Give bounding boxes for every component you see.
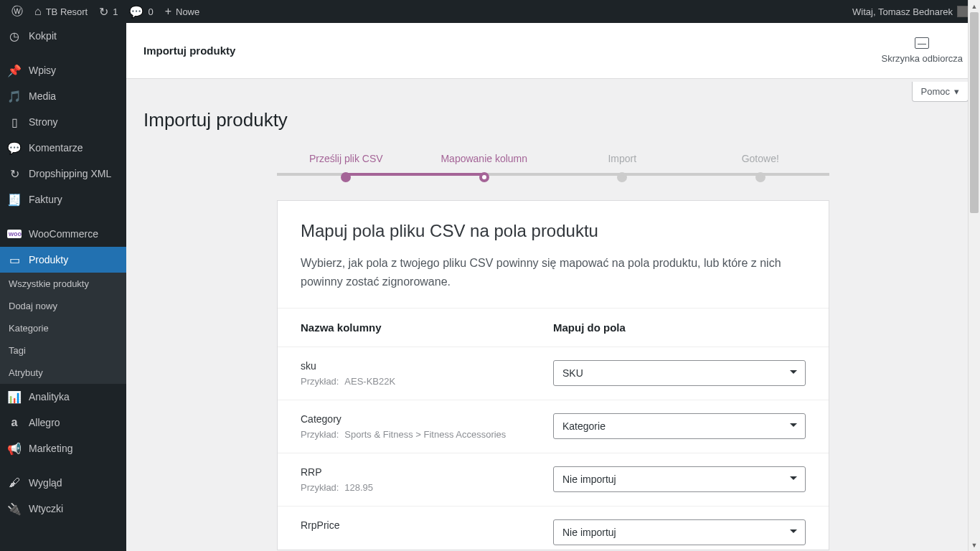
column-name: Category	[301, 413, 553, 425]
content-area: Importuj produkty Skrzynka odbiorcza Pom…	[126, 23, 980, 551]
wordpress-icon: ⓦ	[11, 4, 23, 19]
archive-icon: ▭	[7, 253, 22, 267]
sub-tags[interactable]: Tagi	[0, 339, 126, 362]
sidebar-submenu: Wszystkie produkty Dodaj nowy Kategorie …	[0, 273, 126, 384]
table-row: RRP Przykład: 128.95 Nie importuj	[278, 453, 829, 506]
avatar	[957, 6, 969, 17]
plugin-icon: 🔌	[7, 502, 22, 516]
comments-link[interactable]: 💬0	[123, 0, 159, 23]
sidebar-item-appearance[interactable]: 🖌Wygląd	[0, 470, 126, 496]
scrollbar-thumb[interactable]	[970, 12, 979, 213]
mapping-select-rrpprice[interactable]: Nie importuj	[553, 519, 806, 545]
woo-icon: woo	[7, 230, 22, 238]
new-content-link[interactable]: +Nowe	[159, 0, 206, 23]
admin-bar: ⓦ ⌂TB Resort ↻1 💬0 +Nowe Witaj, Tomasz B…	[0, 0, 980, 23]
mapping-table: Nazwa kolumny Mapuj do pola sku Przykład…	[278, 308, 829, 550]
update-icon: ↻	[99, 5, 108, 19]
sidebar-item-dropshipping[interactable]: ↻Dropshipping XML	[0, 161, 126, 187]
media-icon: 🎵	[7, 90, 22, 103]
invoice-icon: 🧾	[7, 193, 22, 207]
page-header: Importuj produkty Skrzynka odbiorcza	[126, 23, 980, 79]
card-title: Mapuj pola pliku CSV na pola produktu	[301, 221, 806, 241]
wizard-steps: Prześlij plik CSV Mapowanie kolumn Impor…	[277, 153, 829, 183]
brush-icon: 🖌	[7, 476, 22, 489]
scrollbar[interactable]: ▲ ▼	[968, 0, 980, 551]
step-upload: Prześlij plik CSV	[277, 153, 415, 183]
page-icon: ▯	[7, 116, 22, 129]
mapping-select-category[interactable]: Kategorie	[553, 413, 806, 439]
page-header-title: Importuj produkty	[143, 44, 235, 57]
megaphone-icon: 📢	[7, 442, 22, 456]
sidebar-item-invoices[interactable]: 🧾Faktury	[0, 187, 126, 212]
updates-link[interactable]: ↻1	[93, 0, 123, 23]
account-link[interactable]: Witaj, Tomasz Bednarek	[847, 0, 974, 23]
help-tab[interactable]: Pomoc▾	[912, 82, 969, 102]
sub-categories[interactable]: Kategorie	[0, 317, 126, 339]
step-done: Gotowe!	[692, 153, 830, 183]
sub-all-products[interactable]: Wszystkie produkty	[0, 273, 126, 295]
sidebar-item-analytics[interactable]: 📊Analityka	[0, 384, 126, 410]
table-row: Category Przykład: Sports & Fitness > Fi…	[278, 400, 829, 453]
sidebar-item-dashboard[interactable]: ◷Kokpit	[0, 23, 126, 49]
sidebar-item-pages[interactable]: ▯Strony	[0, 109, 126, 135]
column-name: sku	[301, 360, 553, 372]
dashboard-icon: ◷	[7, 29, 22, 43]
home-icon: ⌂	[34, 5, 42, 18]
comment-icon: 💬	[129, 5, 143, 19]
sub-add-new[interactable]: Dodaj nowy	[0, 295, 126, 317]
site-name: TB Resort	[46, 6, 88, 17]
chart-icon: 📊	[7, 390, 22, 404]
column-name: RRP	[301, 466, 553, 478]
inbox-button[interactable]: Skrzynka odbiorcza	[882, 37, 963, 64]
step-import: Import	[553, 153, 692, 183]
mapping-select-sku[interactable]: SKU	[553, 360, 806, 386]
comment-icon: 💬	[7, 141, 22, 155]
sidebar-item-media[interactable]: 🎵Media	[0, 83, 126, 109]
scroll-down-icon[interactable]: ▼	[969, 539, 980, 551]
allegro-icon: a	[7, 416, 22, 429]
sidebar-item-woocommerce[interactable]: wooWooCommerce	[0, 221, 126, 247]
admin-sidebar: ◷Kokpit 📌Wpisy 🎵Media ▯Strony 💬Komentarz…	[0, 23, 126, 551]
step-mapping: Mapowanie kolumn	[415, 153, 554, 183]
table-row: RrpPrice Nie importuj	[278, 506, 829, 550]
page-title: Importuj produkty	[143, 109, 963, 131]
sidebar-item-products[interactable]: ▭Produkty	[0, 247, 126, 273]
sidebar-item-comments[interactable]: 💬Komentarze	[0, 135, 126, 161]
card-description: Wybierz, jak pola z twojego pliku CSV po…	[301, 254, 806, 291]
mapping-card: Mapuj pola pliku CSV na pola produktu Wy…	[277, 200, 829, 550]
sub-attributes[interactable]: Atrybuty	[0, 362, 126, 384]
chevron-down-icon: ▾	[954, 86, 959, 97]
site-link[interactable]: ⌂TB Resort	[29, 0, 93, 23]
scroll-up-icon[interactable]: ▲	[969, 0, 980, 12]
table-row: sku Przykład: AES-KB22K SKU	[278, 347, 829, 400]
sidebar-item-marketing[interactable]: 📢Marketing	[0, 435, 126, 461]
pin-icon: 📌	[7, 64, 22, 77]
column-name: RrpPrice	[301, 519, 553, 531]
inbox-icon	[915, 37, 929, 49]
plus-icon: +	[165, 5, 171, 18]
table-header: Nazwa kolumny Mapuj do pola	[278, 308, 829, 347]
mapping-select-rrp[interactable]: Nie importuj	[553, 466, 806, 492]
sidebar-item-posts[interactable]: 📌Wpisy	[0, 57, 126, 83]
refresh-icon: ↻	[7, 167, 22, 181]
sidebar-item-allegro[interactable]: aAllegro	[0, 410, 126, 435]
wp-logo[interactable]: ⓦ	[6, 0, 29, 23]
sidebar-item-plugins[interactable]: 🔌Wtyczki	[0, 496, 126, 522]
